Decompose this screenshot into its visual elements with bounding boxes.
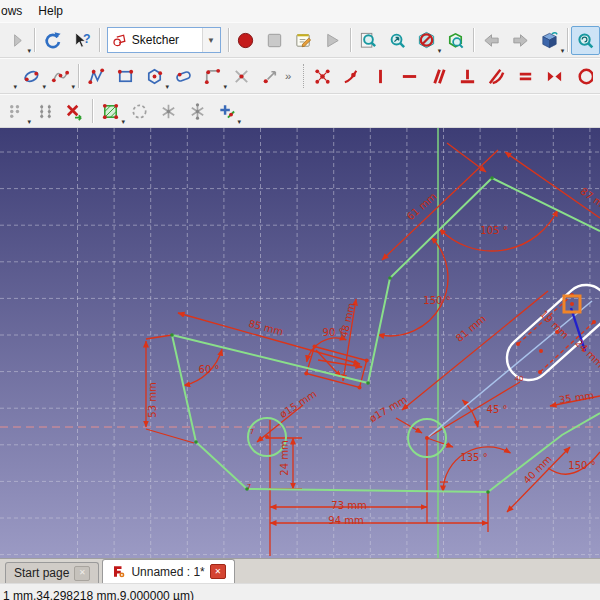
tangent-constraint-button[interactable] — [482, 62, 511, 91]
parallel-constraint-button[interactable] — [424, 62, 453, 91]
construction-mode-button[interactable] — [125, 97, 154, 126]
vertical-constraint-button[interactable] — [366, 62, 395, 91]
zoom-out-button[interactable] — [383, 26, 412, 55]
convert-to-nurbs-icon — [101, 102, 120, 121]
dimension-label[interactable]: 40 — [515, 375, 524, 383]
dimension-label[interactable]: 73 mm — [331, 500, 366, 511]
macro-play-button[interactable] — [318, 26, 347, 55]
delete-constraints-icon — [65, 102, 84, 121]
rectangle-tool-button[interactable] — [111, 62, 140, 91]
nav-back-button[interactable] — [477, 26, 506, 55]
tab-close-icon[interactable]: ✕ — [74, 566, 90, 581]
perpendicular-constraint-icon — [458, 67, 477, 86]
delete-constraints-button[interactable] — [60, 97, 89, 126]
drag-handle-point[interactable] — [570, 302, 574, 306]
tab-label: Unnamed : 1* — [131, 565, 204, 579]
dimension-label[interactable]: 60 ° — [199, 364, 220, 375]
clone-tool-icon — [36, 102, 55, 121]
fit-all-button[interactable] — [441, 26, 470, 55]
bspline-tool-button[interactable]: ▾ — [46, 62, 75, 91]
toolbar-separator — [34, 28, 35, 52]
toolbar-separator — [99, 28, 100, 52]
axonometric-view-icon — [540, 31, 559, 50]
ellipse-tool-button[interactable]: ▾ — [17, 62, 46, 91]
clone-tool-button[interactable] — [31, 97, 60, 126]
dimension-label[interactable]: 150 ° — [568, 460, 595, 471]
point-on-object-constraint-icon — [342, 67, 361, 86]
rectangle-tool-icon — [116, 67, 135, 86]
dimension-label[interactable]: 150 ° — [423, 295, 450, 306]
toolbar-row-3: ▾▾▾ — [0, 94, 600, 128]
zoom-out-icon — [388, 31, 407, 50]
trim-tool-button[interactable] — [227, 62, 256, 91]
dimension-label[interactable]: 7 — [250, 428, 254, 436]
nav-forward-button[interactable] — [506, 26, 535, 55]
dimension-label[interactable]: 53 mm — [147, 382, 158, 417]
macro-stop-button[interactable] — [260, 26, 289, 55]
dropdown-caret-icon[interactable]: ▾ — [71, 83, 75, 90]
fillet-tool-button[interactable]: ▾ — [198, 62, 227, 91]
macro-edit-button[interactable] — [289, 26, 318, 55]
block-constraint-button[interactable] — [569, 62, 598, 91]
menu-item-ows[interactable]: ows — [0, 1, 30, 21]
dimension-label[interactable]: 24 mm — [279, 440, 290, 475]
chevron-down-icon[interactable]: ▼ — [202, 28, 220, 52]
symmetric-constraint-button[interactable] — [540, 62, 569, 91]
zoom-in-button[interactable] — [354, 26, 383, 55]
polygon-tool-button[interactable]: ▾ — [140, 62, 169, 91]
geometry-partial-button[interactable]: ▾ — [2, 62, 17, 91]
axonometric-view-button[interactable]: ▾ — [535, 26, 564, 55]
bspline-comb-button[interactable] — [183, 97, 212, 126]
nav-back-icon — [482, 31, 501, 50]
draw-style-button[interactable]: ▾ — [412, 26, 441, 55]
viewport-background — [0, 128, 600, 558]
slot-tool-button[interactable] — [169, 62, 198, 91]
workbench-selector-label: Sketcher — [132, 33, 202, 47]
macro-play-icon — [323, 31, 342, 50]
cursor-coordinates: 1 mm,34.298218 mm,9.000000 µm) — [3, 589, 194, 600]
toolbar-overflow-button[interactable]: » — [285, 62, 300, 91]
dropdown-caret-icon[interactable]: ▾ — [27, 47, 31, 54]
freecad-document-icon — [111, 564, 126, 579]
convert-to-nurbs-button[interactable]: ▾ — [96, 97, 125, 126]
dimension-label[interactable]: 94 mm — [328, 515, 363, 526]
sync-view-button[interactable] — [571, 26, 600, 55]
toolbar-separator — [567, 28, 568, 52]
dimension-label[interactable]: 7 — [247, 483, 251, 491]
tab-unnamed-1[interactable]: Unnamed : 1*✕ — [102, 559, 234, 583]
dimension-label[interactable]: 45 ° — [487, 404, 508, 415]
equal-constraint-button[interactable] — [511, 62, 540, 91]
bspline-comb-icon — [188, 102, 207, 121]
bspline-degree-button[interactable] — [154, 97, 183, 126]
3d-viewport[interactable]: 85 mm60 °53 mm90 °48 mm105 °87 mm61 mm15… — [0, 128, 600, 558]
svg-text:?: ? — [83, 31, 91, 45]
perpendicular-constraint-button[interactable] — [453, 62, 482, 91]
status-bar: 1 mm,34.298218 mm,9.000000 µm) — [0, 583, 600, 600]
macro-record-button[interactable] — [231, 26, 260, 55]
whats-this-button[interactable]: ? — [67, 26, 96, 55]
tangent-constraint-icon — [487, 67, 506, 86]
point-on-object-constraint-button[interactable] — [337, 62, 366, 91]
coincident-constraint-button[interactable] — [308, 62, 337, 91]
toolbar-partial-button[interactable]: ▾ — [2, 26, 31, 55]
toolbar-row-2: ▾▾▾▾▾» — [0, 58, 600, 94]
dropdown-caret-icon[interactable]: ▾ — [561, 47, 565, 54]
tab-start-page[interactable]: Start page✕ — [5, 562, 99, 583]
workbench-selector[interactable]: Sketcher▼ — [107, 27, 221, 53]
dropdown-caret-icon[interactable]: ▾ — [237, 118, 241, 125]
toolbar-separator — [473, 28, 474, 52]
horizontal-constraint-icon — [400, 67, 419, 86]
insert-knot-button[interactable]: ▾ — [212, 97, 241, 126]
menu-item-help[interactable]: Help — [30, 1, 71, 21]
coincident-constraint-icon — [313, 67, 332, 86]
polyline-tool-button[interactable] — [82, 62, 111, 91]
horizontal-constraint-button[interactable] — [395, 62, 424, 91]
dimension-label[interactable]: 135 ° — [460, 452, 487, 463]
refresh-button[interactable] — [38, 26, 67, 55]
array-tool-partial-button[interactable]: ▾ — [2, 97, 31, 126]
dimension-label[interactable]: 105 ° — [480, 225, 507, 236]
symmetric-constraint-icon — [545, 67, 564, 86]
macro-edit-icon — [294, 31, 313, 50]
tab-close-icon[interactable]: ✕ — [210, 564, 226, 579]
extend-tool-button[interactable] — [256, 62, 285, 91]
